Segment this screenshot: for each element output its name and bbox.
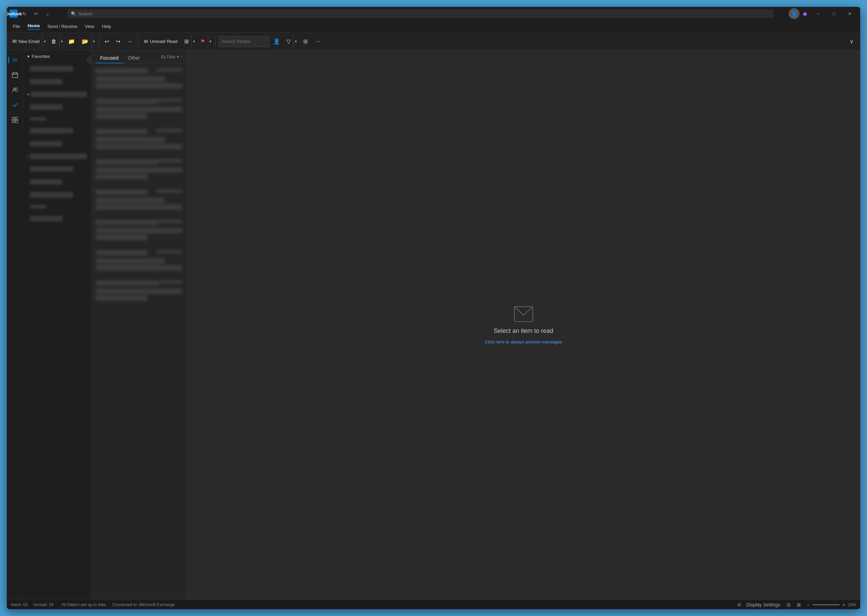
filter-group: ▽ ▾ [284, 35, 298, 49]
folder-item-9[interactable] [25, 189, 90, 201]
email-item-2[interactable] [91, 94, 186, 124]
svg-rect-8 [12, 120, 15, 123]
folder-item-5[interactable] [25, 125, 90, 137]
menu-home[interactable]: Home [24, 22, 43, 31]
search-icon: 🔍 [71, 11, 76, 16]
menu-help[interactable]: Help [99, 22, 115, 30]
outlook-app-icon: Outlook [9, 9, 18, 18]
tags-icon: ⊞ [184, 38, 189, 45]
delete-button[interactable]: 🗑 [49, 35, 59, 49]
new-email-group: ✉ New Email ▾ [9, 35, 47, 49]
flag-button[interactable]: ⚑ [198, 35, 208, 49]
sort-direction-icon: ↑ [180, 55, 182, 59]
refresh-button[interactable]: ↻ [20, 9, 29, 18]
email-tabs: Focused Other By Date ▾ ↑ [91, 50, 186, 63]
folder-item-11[interactable] [25, 212, 90, 225]
email-item-1[interactable] [91, 63, 186, 94]
forward-ribbon-button[interactable]: → [124, 35, 135, 49]
customize-button[interactable]: ⌄ [43, 9, 52, 18]
nav-apps[interactable] [8, 113, 22, 127]
forward-icon: → [127, 39, 132, 45]
folder-item-7[interactable] [25, 163, 90, 175]
filter-button[interactable]: ▽ [284, 35, 293, 49]
email-item-8[interactable] [91, 276, 186, 306]
favorites-chevron-icon: ▾ [27, 54, 30, 59]
flag-icon: ⚑ [200, 38, 205, 45]
folder-item-10[interactable] [25, 202, 90, 212]
favorites-label: Favorites [32, 54, 50, 59]
email-list-area: Focused Other By Date ▾ ↑ [91, 50, 187, 324]
tags-button[interactable]: ⊞ [182, 35, 192, 49]
email-item-7[interactable] [91, 245, 186, 276]
folder-item-1[interactable] [25, 63, 90, 75]
new-email-dropdown[interactable]: ▾ [42, 35, 47, 49]
move-group: 📂 ▾ [79, 35, 96, 49]
ribbon-sep-1 [99, 36, 99, 47]
delete-icon: 🗑 [51, 39, 57, 45]
folder-section-2[interactable]: ▾ [23, 88, 91, 101]
redo-ribbon-button[interactable]: ↪ [113, 35, 123, 49]
filter-dropdown[interactable]: ▾ [293, 35, 298, 49]
address-book-button[interactable]: 👤 [271, 36, 283, 47]
email-item-5[interactable] [91, 185, 186, 215]
search-people-input[interactable] [218, 36, 270, 47]
folder-section-3[interactable]: › [23, 150, 91, 162]
ribbon: ✉ New Email ▾ 🗑 ▾ 📁 📂 ▾ ↩ [7, 33, 433, 50]
search-placeholder: Search [79, 11, 92, 16]
archive-button[interactable]: 📁 [65, 35, 78, 49]
tags-dropdown[interactable]: ▾ [192, 35, 196, 49]
undo-button[interactable]: ↩ [31, 9, 41, 18]
search-box[interactable]: 🔍 Search [68, 9, 433, 18]
left-nav: ✉ [7, 50, 23, 324]
main-window: Outlook ↻ ↩ ⌄ 🔍 Search 👤 ◆ − □ ✕ File Ho… [7, 7, 433, 324]
archive-icon: 📁 [68, 38, 75, 45]
move-button[interactable]: 📂 [79, 35, 91, 49]
address-book-icon: 👤 [273, 38, 280, 45]
delete-dropdown[interactable]: ▾ [59, 35, 64, 49]
more-icon: ··· [316, 39, 320, 45]
move-dropdown[interactable]: ▾ [91, 35, 96, 49]
tab-other[interactable]: Other [123, 53, 145, 63]
unread-icon: ✉ [144, 39, 148, 45]
section2-chevron-icon: › [27, 154, 28, 159]
reading-pane: Select an item to read Click here to alw… [187, 50, 433, 324]
menu-view[interactable]: View [82, 22, 98, 30]
favorites-header[interactable]: ▾ Favorites [23, 50, 91, 62]
flag-group: ⚑ ▾ [198, 35, 212, 49]
sort-selector[interactable]: By Date ▾ ↑ [161, 55, 182, 62]
unread-read-button[interactable]: ✉ Unread/ Read [141, 35, 180, 49]
new-email-icon: ✉ [12, 38, 17, 45]
svg-point-5 [15, 88, 17, 90]
menu-file[interactable]: File [9, 22, 24, 30]
flag-dropdown[interactable]: ▾ [208, 35, 212, 49]
folder-sidebar: ‹ ▾ Favorites ▾ [23, 50, 91, 324]
undo-icon: ↩ [105, 38, 109, 45]
nav-tasks[interactable] [8, 98, 22, 112]
svg-rect-6 [12, 117, 15, 119]
email-item-3[interactable] [91, 124, 186, 154]
more-ribbon-button[interactable]: ··· [313, 36, 324, 47]
section-chevron-icon: ▾ [27, 92, 29, 97]
folder-item-3[interactable] [25, 101, 90, 113]
nav-mail[interactable]: ✉ [8, 53, 22, 67]
new-email-button[interactable]: ✉ New Email [9, 35, 42, 49]
view-settings-button[interactable]: ⊞ [300, 36, 311, 47]
menu-send-receive[interactable]: Send / Receive [44, 22, 81, 30]
nav-people[interactable] [8, 83, 22, 97]
svg-rect-0 [12, 73, 18, 78]
undo-ribbon-button[interactable]: ↩ [102, 35, 112, 49]
ribbon-sep-3 [215, 36, 216, 47]
tags-group: ⊞ ▾ [182, 35, 196, 49]
svg-rect-9 [15, 120, 18, 123]
folder-item-6[interactable] [25, 138, 90, 150]
unread-read-label: Unread/ Read [150, 39, 177, 44]
tab-focused[interactable]: Focused [96, 53, 123, 63]
email-item-4[interactable] [91, 154, 186, 185]
nav-calendar[interactable] [8, 68, 22, 82]
main-layout: ✉ [7, 50, 433, 324]
email-item-6[interactable] [91, 215, 186, 245]
folder-item-2[interactable] [25, 75, 90, 88]
folder-item-8[interactable] [25, 176, 90, 188]
folder-item-4[interactable] [25, 114, 90, 124]
email-list [91, 63, 186, 324]
